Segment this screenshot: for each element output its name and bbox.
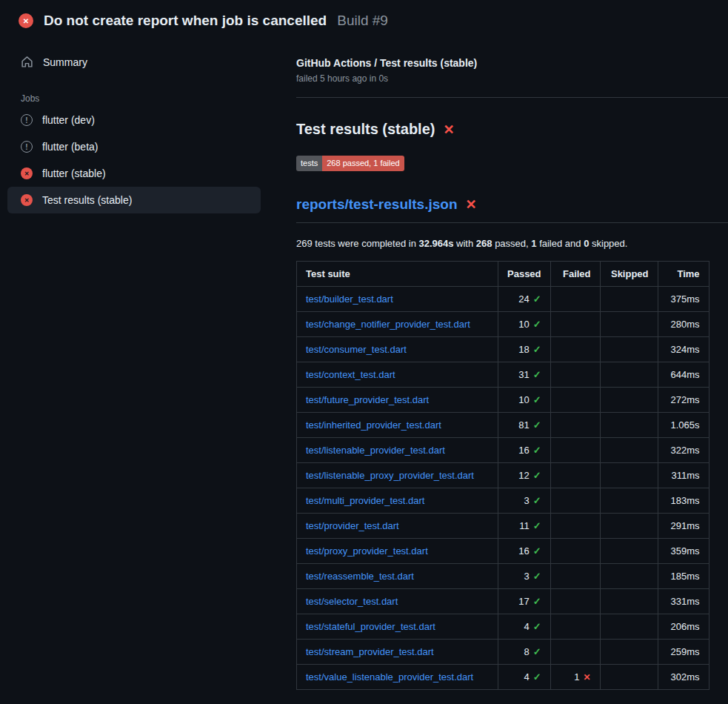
suite-link[interactable]: test/proxy_provider_test.dart	[306, 545, 428, 557]
time-cell: 324ms	[658, 336, 709, 362]
suite-link[interactable]: test/reassemble_test.dart	[306, 571, 414, 582]
passed-cell: 12✓	[498, 462, 551, 488]
passed-cell: 3✓	[498, 488, 551, 513]
skipped-cell	[600, 664, 658, 689]
section-title: Test results (stable) ✕	[296, 121, 728, 138]
check-icon: ✓	[533, 495, 541, 506]
summary-passed-count: 268	[476, 238, 492, 249]
skipped-cell	[600, 286, 658, 311]
passed-count: 10	[518, 394, 529, 405]
check-icon: ✓	[533, 319, 541, 330]
suite-cell: test/stream_provider_test.dart	[297, 639, 498, 664]
sidebar-item-flutter-dev[interactable]: ! flutter (dev)	[7, 107, 261, 133]
time-cell: 291ms	[658, 513, 709, 538]
suite-link[interactable]: test/selector_test.dart	[306, 596, 398, 607]
table-row: test/stream_provider_test.dart 8✓ 259ms	[297, 639, 709, 664]
summary-duration: 32.964s	[418, 238, 453, 249]
passed-count: 81	[518, 419, 529, 431]
exclamation-glyph: !	[25, 143, 27, 151]
build-failed-icon: ✕	[19, 13, 33, 28]
suite-cell: test/reassemble_test.dart	[297, 563, 498, 588]
check-icon: ✓	[533, 621, 541, 632]
badge-value: 268 passed, 1 failed	[322, 156, 404, 171]
suite-link[interactable]: test/change_notifier_provider_test.dart	[306, 319, 470, 330]
skipped-cell	[600, 412, 658, 437]
suite-cell: test/proxy_provider_test.dart	[297, 538, 498, 563]
skipped-cell	[600, 311, 658, 336]
passed-cell: 31✓	[498, 362, 551, 387]
passed-count: 24	[518, 293, 529, 305]
failed-cell	[550, 412, 600, 437]
passed-cell: 17✓	[498, 588, 551, 614]
exclamation-glyph: !	[25, 116, 27, 124]
summary-failed-count: 1	[531, 238, 536, 249]
check-icon: ✓	[533, 545, 541, 557]
suite-link[interactable]: test/consumer_test.dart	[306, 344, 407, 355]
check-icon: ✓	[533, 571, 541, 582]
sidebar-item-flutter-stable[interactable]: ✕ flutter (stable)	[7, 160, 261, 187]
suite-link[interactable]: test/stateful_provider_test.dart	[306, 621, 435, 632]
passed-count: 31	[518, 369, 529, 380]
suite-cell: test/inherited_provider_test.dart	[297, 412, 498, 437]
suite-link[interactable]: test/inherited_provider_test.dart	[306, 419, 441, 431]
build-title: Do not create report when job is cancell…	[44, 13, 327, 29]
summary-line: 269 tests were completed in 32.964s with…	[296, 238, 728, 249]
report-link[interactable]: reports/test-results.json	[296, 196, 458, 213]
home-icon	[21, 56, 33, 68]
suite-link[interactable]: test/value_listenable_provider_test.dart	[306, 671, 473, 683]
check-icon: ✓	[533, 293, 541, 305]
check-icon: ✓	[533, 419, 541, 431]
failed-cell	[550, 387, 600, 412]
sidebar-item-flutter-beta[interactable]: ! flutter (beta)	[7, 133, 261, 160]
suite-link[interactable]: test/multi_provider_test.dart	[306, 495, 424, 506]
skipped-cell	[600, 588, 658, 614]
check-icon: ✓	[533, 520, 541, 531]
sidebar-item-label: Summary	[43, 56, 87, 68]
column-header-time: Time	[658, 261, 709, 286]
passed-count: 18	[518, 344, 529, 355]
skipped-cell	[600, 538, 658, 563]
jobs-heading: Jobs	[21, 93, 261, 104]
suite-cell: test/provider_test.dart	[297, 513, 498, 538]
summary-text: with	[453, 238, 475, 249]
passed-count: 16	[518, 545, 529, 557]
neutral-status-icon: !	[21, 114, 33, 126]
table-row: test/selector_test.dart 17✓ 331ms	[297, 588, 709, 614]
suite-cell: test/change_notifier_provider_test.dart	[297, 311, 498, 336]
suite-link[interactable]: test/builder_test.dart	[306, 293, 393, 305]
failed-cell	[550, 462, 600, 488]
failed-cell	[550, 437, 600, 462]
failed-cell	[550, 614, 600, 639]
table-row: test/stateful_provider_test.dart 4✓ 206m…	[297, 614, 709, 639]
skipped-cell	[600, 362, 658, 387]
suite-link[interactable]: test/context_test.dart	[306, 369, 395, 380]
suite-cell: test/listenable_proxy_provider_test.dart	[297, 462, 498, 488]
table-row: test/value_listenable_provider_test.dart…	[297, 664, 709, 689]
table-row: test/change_notifier_provider_test.dart …	[297, 311, 709, 336]
passed-count: 12	[518, 470, 529, 481]
suite-link[interactable]: test/listenable_proxy_provider_test.dart	[306, 470, 474, 481]
section-title-text: Test results (stable)	[296, 121, 435, 138]
skipped-cell	[600, 336, 658, 362]
failed-cell	[550, 311, 600, 336]
suite-link[interactable]: test/stream_provider_test.dart	[306, 646, 434, 657]
table-header-row: Test suite Passed Failed Skipped Time	[297, 261, 709, 286]
sidebar-item-summary[interactable]: Summary	[7, 48, 261, 76]
check-icon: ✓	[533, 369, 541, 380]
test-results-table: Test suite Passed Failed Skipped Time te…	[296, 261, 709, 690]
suite-link[interactable]: test/future_provider_test.dart	[306, 394, 429, 405]
time-cell: 644ms	[658, 362, 709, 387]
time-cell: 375ms	[658, 286, 709, 311]
sidebar-item-label: flutter (stable)	[42, 167, 106, 179]
check-icon: ✓	[533, 646, 541, 657]
check-icon: ✓	[533, 344, 541, 355]
summary-text: skipped.	[589, 238, 627, 249]
suite-link[interactable]: test/listenable_provider_test.dart	[306, 445, 445, 456]
suite-link[interactable]: test/provider_test.dart	[306, 520, 399, 531]
skipped-cell	[600, 639, 658, 664]
failed-cell	[550, 488, 600, 513]
suite-cell: test/context_test.dart	[297, 362, 498, 387]
tests-badge: tests 268 passed, 1 failed	[296, 156, 404, 171]
sidebar-item-test-results-stable[interactable]: ✕ Test results (stable)	[7, 187, 261, 213]
time-cell: 272ms	[658, 387, 709, 412]
